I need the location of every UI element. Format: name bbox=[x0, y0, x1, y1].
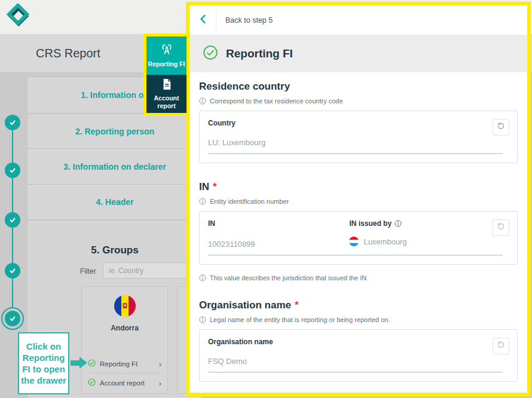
group-country-name: Andorra bbox=[82, 324, 167, 332]
luxembourg-flag-icon bbox=[349, 237, 359, 246]
timeline-connector bbox=[12, 130, 13, 163]
step-label: 1. Information on bbox=[81, 90, 149, 100]
timeline-connector bbox=[12, 228, 13, 263]
step-complete-check-icon bbox=[5, 212, 20, 228]
reporting-fi-drawer: Back to step 5 Reporting FI Residence co… bbox=[186, 2, 531, 396]
item-complete-check-icon bbox=[88, 378, 96, 388]
group-item-account-report[interactable]: Account report › bbox=[88, 374, 161, 392]
restore-default-button[interactable] bbox=[493, 119, 509, 136]
section-heading-text: Organisation name bbox=[199, 299, 291, 311]
field-label-text: IN issued by bbox=[349, 219, 392, 228]
in-issued-by-value: Luxembourg bbox=[363, 237, 406, 246]
drawer-title: Reporting FI bbox=[226, 47, 293, 60]
broadcast-icon bbox=[160, 43, 173, 58]
input-underline bbox=[208, 372, 503, 373]
field-card-country: Country LU: Luxembourg bbox=[199, 111, 518, 163]
organisation-name-field-value[interactable]: FSQ Demo bbox=[208, 356, 509, 366]
group-item-reporting-fi[interactable]: Reporting FI › bbox=[88, 355, 161, 373]
input-underline bbox=[208, 255, 503, 256]
field-label: IN issued by bbox=[349, 219, 509, 228]
info-text: Correspond to the tax residence country … bbox=[210, 97, 343, 105]
input-underline bbox=[208, 153, 503, 154]
info-icon bbox=[199, 198, 206, 205]
section-info: Correspond to the tax residence country … bbox=[199, 97, 518, 105]
tab-reporting-fi[interactable]: Reporting FI bbox=[146, 36, 186, 75]
timeline-connector bbox=[12, 278, 13, 307]
country-field-value[interactable]: LU: Luxembourg bbox=[208, 137, 509, 148]
section-info: Legal name of the entity that is reporti… bbox=[199, 316, 518, 323]
step-complete-check-icon bbox=[5, 263, 20, 278]
restore-default-button[interactable] bbox=[493, 219, 509, 236]
field-card-in: IN 10023110899 IN issued by bbox=[199, 211, 518, 265]
section-heading-in: IN* bbox=[199, 181, 518, 193]
info-icon bbox=[199, 97, 206, 105]
app-title: CRS Report bbox=[36, 47, 100, 60]
in-field-value[interactable]: 10023110899 bbox=[208, 238, 349, 249]
tab-label: Reporting FI bbox=[148, 60, 185, 68]
field-label: Organisation name bbox=[208, 338, 509, 346]
section-heading-organisation-name: Organisation name* bbox=[199, 299, 518, 311]
tutorial-annotation: Click on Reporting FI to open the drawer bbox=[18, 332, 69, 394]
history-icon bbox=[497, 341, 505, 351]
field-card-organisation-name: Organisation name FSQ Demo bbox=[199, 329, 518, 382]
group-card-andorra: Andorra Reporting FI › Account report › bbox=[81, 286, 168, 394]
groups-heading: 5. Groups bbox=[29, 244, 201, 256]
section-complete-check-icon bbox=[203, 45, 218, 63]
filter-label: Filter bbox=[80, 267, 96, 275]
field-label: Country bbox=[208, 119, 509, 127]
drawer-title-band: Reporting FI bbox=[189, 35, 527, 72]
restore-default-button[interactable] bbox=[493, 338, 509, 354]
step-label: 3. Information on declarer bbox=[63, 162, 166, 172]
section-info: Entity identification number bbox=[199, 198, 518, 205]
info-icon bbox=[199, 274, 206, 281]
item-complete-check-icon bbox=[88, 359, 96, 369]
step-label: 4. Header bbox=[96, 197, 133, 207]
required-marker: * bbox=[213, 181, 217, 192]
required-marker: * bbox=[295, 299, 299, 311]
in-issued-by-field[interactable]: Luxembourg bbox=[349, 236, 509, 247]
info-text: Legal name of the entity that is reporti… bbox=[210, 316, 390, 323]
section-heading-residence-country: Residence country bbox=[199, 81, 518, 93]
history-icon bbox=[497, 122, 505, 133]
footnote-text: This value describes the jurisdiction th… bbox=[210, 274, 366, 281]
document-icon bbox=[161, 78, 172, 93]
step-label: 2. Reporting person bbox=[75, 127, 154, 136]
step-card-2[interactable]: 2. Reporting person bbox=[28, 115, 201, 148]
drawer-body: Residence country Correspond to the tax … bbox=[189, 81, 527, 382]
divider bbox=[89, 373, 160, 373]
step-complete-check-icon bbox=[5, 115, 20, 130]
chevron-left-icon bbox=[200, 14, 206, 26]
divider bbox=[216, 10, 216, 30]
section-footnote: This value describes the jurisdiction th… bbox=[199, 274, 518, 281]
step-complete-check-icon bbox=[5, 311, 20, 326]
group-item-label: Account report bbox=[100, 379, 145, 387]
step-complete-check-icon bbox=[5, 163, 20, 178]
section-heading-text: IN bbox=[199, 181, 209, 192]
chevron-right-icon: › bbox=[159, 360, 161, 369]
annotation-arrow-icon bbox=[80, 357, 87, 369]
timeline-connector bbox=[12, 178, 13, 212]
info-text: Entity identification number bbox=[210, 198, 289, 205]
annotation-text: Click on Reporting FI to open the drawer bbox=[20, 341, 67, 386]
chevron-right-icon: › bbox=[159, 379, 161, 388]
history-icon bbox=[497, 222, 505, 233]
section-heading-text: Residence country bbox=[199, 81, 290, 92]
info-icon bbox=[199, 316, 206, 323]
info-icon bbox=[395, 220, 402, 227]
screen: CRS Report 1. Information on 2. Reportin… bbox=[0, 0, 532, 398]
field-label: IN bbox=[208, 219, 349, 228]
tab-label: Account report bbox=[146, 94, 186, 110]
drawer-topbar: Back to step 5 bbox=[189, 5, 527, 35]
tab-account-report[interactable]: Account report bbox=[146, 75, 186, 113]
step-card-3[interactable]: 3. Information on declarer bbox=[28, 149, 201, 183]
group-item-label: Reporting FI bbox=[100, 360, 137, 368]
annotation-arrow-icon bbox=[71, 360, 80, 366]
app-logo-icon bbox=[6, 4, 30, 29]
drawer-side-tabs: Reporting FI Account report bbox=[143, 33, 189, 116]
back-label: Back to step 5 bbox=[225, 16, 273, 25]
back-button[interactable] bbox=[189, 5, 216, 35]
step-card-4[interactable]: 4. Header bbox=[28, 185, 201, 219]
andorra-flag-icon bbox=[114, 295, 136, 317]
